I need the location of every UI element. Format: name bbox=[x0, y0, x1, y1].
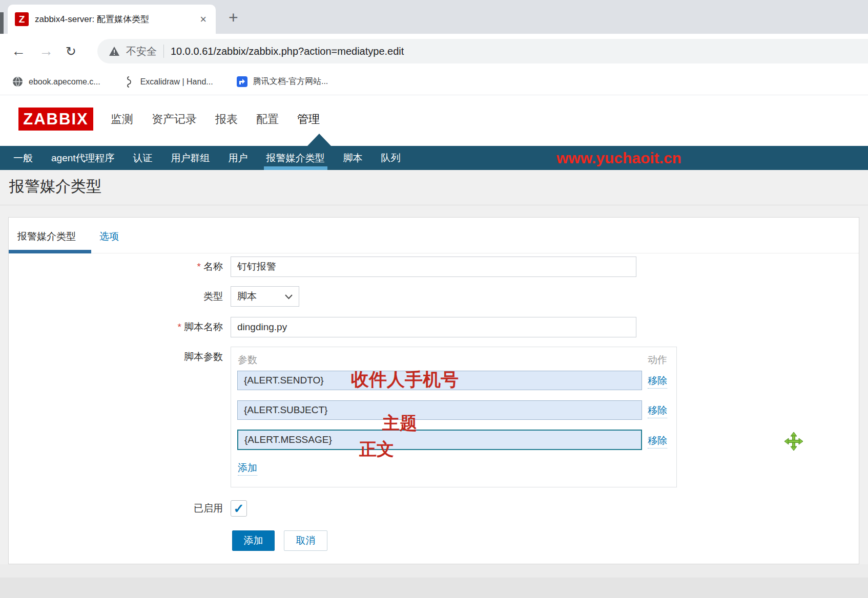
cancel-button[interactable]: 取消 bbox=[284, 530, 327, 551]
check-icon: ✓ bbox=[234, 502, 244, 515]
type-label: 类型 bbox=[9, 286, 223, 307]
globe-icon bbox=[12, 76, 23, 87]
forward-icon: → bbox=[39, 43, 53, 59]
subnav-items: 一般 agent代理程序 认证 用户群组 用户 报警媒介类型 脚本 队列 bbox=[0, 146, 868, 170]
omnibox-divider bbox=[163, 45, 164, 58]
active-tab-underline bbox=[9, 250, 91, 253]
browser-toolbar: ← → ↻ 不安全 10.0.0.61/zabbix/zabbix.php?ac… bbox=[0, 34, 868, 69]
page-title: 报警媒介类型 bbox=[9, 176, 101, 197]
param-column-header: 参数 bbox=[238, 353, 257, 367]
annotation-subject: 主题 bbox=[382, 412, 417, 435]
param-input[interactable] bbox=[237, 400, 642, 420]
script-params-label: 脚本参数 bbox=[9, 347, 223, 367]
active-menu-notch bbox=[307, 134, 331, 146]
main-nav: 监测 资产记录 报表 配置 管理 bbox=[111, 108, 320, 131]
param-input-focused[interactable] bbox=[237, 430, 642, 450]
enabled-checkbox[interactable]: ✓ bbox=[231, 500, 247, 517]
nav-administration[interactable]: 管理 bbox=[297, 112, 320, 127]
nav-inventory[interactable]: 资产记录 bbox=[152, 112, 197, 127]
close-tab-icon[interactable]: × bbox=[198, 13, 209, 26]
security-warning-icon bbox=[109, 46, 119, 57]
bookmarks-bar: ebook.apecome.c... Excalidraw | Hand... … bbox=[0, 69, 868, 95]
form-tabs: 报警媒介类型 选项 bbox=[9, 218, 859, 253]
enabled-label: 已启用 bbox=[9, 499, 223, 518]
required-asterisk: * bbox=[178, 322, 181, 332]
subnav-users[interactable]: 用户 bbox=[229, 146, 248, 170]
browser-tab[interactable]: Z zabbix4-server: 配置媒体类型 × bbox=[8, 5, 216, 34]
admin-subnav: 一般 agent代理程序 认证 用户群组 用户 报警媒介类型 脚本 队列 www… bbox=[0, 146, 868, 170]
remove-param-link[interactable]: 移除 bbox=[648, 404, 667, 418]
type-select[interactable]: 脚本 bbox=[231, 286, 299, 307]
tab-media-type[interactable]: 报警媒介类型 bbox=[17, 230, 76, 243]
name-input[interactable] bbox=[231, 257, 636, 277]
script-params-table: 参数 动作 移除 移除 移除 添加 收件人手机号 主题 正文 bbox=[231, 347, 677, 487]
bookmark-excalidraw[interactable]: Excalidraw | Hand... bbox=[124, 76, 213, 87]
move-cursor-icon bbox=[784, 432, 803, 453]
back-icon[interactable]: ← bbox=[11, 43, 26, 59]
bookmark-tencent-docs[interactable]: 腾讯文档-官方网站... bbox=[237, 76, 328, 87]
subnav-user-groups[interactable]: 用户群组 bbox=[171, 146, 210, 170]
tab-options[interactable]: 选项 bbox=[99, 230, 119, 243]
url-text[interactable]: 10.0.0.61/zabbix/zabbix.php?action=media… bbox=[171, 46, 404, 57]
media-type-card: 报警媒介类型 选项 *名称 类型 脚本 *脚本名称 脚本参数 参数 bbox=[8, 217, 859, 564]
subnav-authentication[interactable]: 认证 bbox=[133, 146, 153, 170]
reload-icon[interactable]: ↻ bbox=[66, 44, 76, 59]
nav-monitoring[interactable]: 监测 bbox=[111, 112, 133, 127]
nav-configuration[interactable]: 配置 bbox=[256, 112, 279, 127]
bookmark-label: Excalidraw | Hand... bbox=[140, 77, 213, 87]
script-name-label: *脚本名称 bbox=[9, 317, 223, 337]
security-warning-label[interactable]: 不安全 bbox=[126, 45, 157, 58]
browser-tab-strip: Z zabbix4-server: 配置媒体类型 × + bbox=[0, 0, 868, 34]
nav-reports[interactable]: 报表 bbox=[215, 112, 238, 127]
subnav-media-types[interactable]: 报警媒介类型 bbox=[266, 146, 325, 170]
add-button[interactable]: 添加 bbox=[232, 530, 275, 551]
script-name-input[interactable] bbox=[231, 317, 636, 337]
chevron-down-icon bbox=[285, 291, 293, 302]
subnav-scripts[interactable]: 脚本 bbox=[343, 146, 363, 170]
bookmark-label: ebook.apecome.c... bbox=[29, 77, 100, 87]
screen: Z zabbix4-server: 配置媒体类型 × + ← → ↻ 不安全 1… bbox=[0, 0, 868, 598]
zabbix-favicon-icon: Z bbox=[15, 12, 29, 26]
action-column-header: 动作 bbox=[648, 353, 667, 367]
tencent-docs-icon bbox=[237, 76, 247, 87]
annotation-message-body: 正文 bbox=[359, 438, 394, 461]
name-label: *名称 bbox=[9, 257, 223, 277]
subnav-proxies[interactable]: agent代理程序 bbox=[51, 146, 115, 170]
bookmark-ebook[interactable]: ebook.apecome.c... bbox=[12, 76, 100, 87]
remove-param-link[interactable]: 移除 bbox=[648, 434, 667, 448]
required-asterisk: * bbox=[197, 261, 201, 272]
window-edge bbox=[0, 12, 4, 35]
subnav-general[interactable]: 一般 bbox=[13, 146, 33, 170]
new-tab-button[interactable]: + bbox=[229, 8, 238, 27]
remove-param-link[interactable]: 移除 bbox=[648, 374, 667, 389]
bookmark-label: 腾讯文档-官方网站... bbox=[253, 76, 328, 87]
annotation-recipient-phone: 收件人手机号 bbox=[351, 368, 459, 392]
footer-band-dark bbox=[0, 578, 868, 598]
zabbix-header: ZABBIX 监测 资产记录 报表 配置 管理 bbox=[0, 95, 868, 146]
type-select-value: 脚本 bbox=[237, 290, 257, 303]
address-bar[interactable]: 不安全 10.0.0.61/zabbix/zabbix.php?action=m… bbox=[97, 39, 868, 63]
zabbix-logo[interactable]: ZABBIX bbox=[18, 108, 93, 131]
tab-title: zabbix4-server: 配置媒体类型 bbox=[35, 13, 192, 25]
add-param-link[interactable]: 添加 bbox=[238, 461, 257, 476]
subnav-queue[interactable]: 队列 bbox=[381, 146, 401, 170]
watermark-text: www.yuchaoit.cn bbox=[556, 150, 681, 167]
header-divider bbox=[0, 205, 868, 205]
excalidraw-icon bbox=[124, 76, 135, 87]
footer-band bbox=[0, 564, 868, 578]
